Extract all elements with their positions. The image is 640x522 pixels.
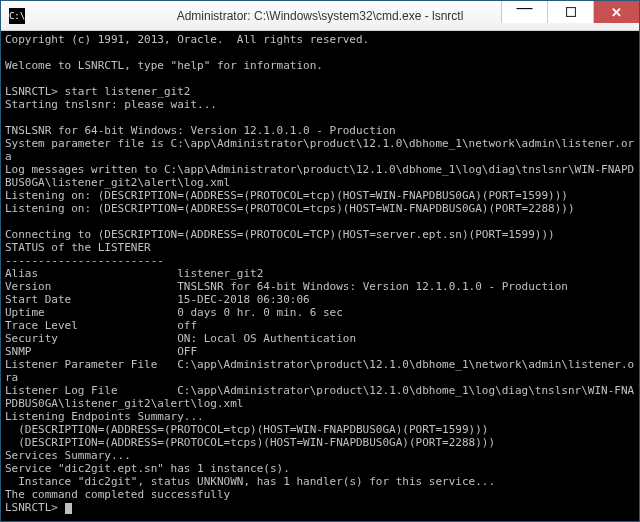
value: 15-DEC-2018 06:30:06 xyxy=(177,293,309,306)
row-llog: Listener Log File C:\app\Administrator\p… xyxy=(5,384,634,410)
endpoint-1: (DESCRIPTION=(ADDRESS=(PROTOCOL=tcp)(HOS… xyxy=(5,423,488,436)
titlebar[interactable]: C:\ Administrator: C:\Windows\system32\c… xyxy=(1,1,639,31)
row-uptime: Uptime 0 days 0 hr. 0 min. 6 sec xyxy=(5,306,343,319)
welcome-line: Welcome to LSNRCTL, type "help" for info… xyxy=(5,59,323,72)
row-startdate: Start Date 15-DEC-2018 06:30:06 xyxy=(5,293,310,306)
connecting-line: Connecting to (DESCRIPTION=(ADDRESS=(PRO… xyxy=(5,228,555,241)
row-snmp: SNMP OFF xyxy=(5,345,197,358)
tnslsnr-version: TNSLSNR for 64-bit Windows: Version 12.1… xyxy=(5,124,396,137)
value: listener_git2 xyxy=(177,267,263,280)
close-button[interactable]: ✕ xyxy=(593,1,639,23)
label: Trace Level xyxy=(5,319,78,332)
row-trace: Trace Level off xyxy=(5,319,197,332)
label: Start Date xyxy=(5,293,71,306)
endpoints-header: Listening Endpoints Summary... xyxy=(5,410,204,423)
prompt-line: LSNRCTL> start listener_git2 xyxy=(5,85,190,98)
label: SNMP xyxy=(5,345,32,358)
cursor-icon xyxy=(65,503,72,514)
endpoint-2: (DESCRIPTION=(ADDRESS=(PROTOCOL=tcps)(HO… xyxy=(5,436,495,449)
services-header: Services Summary... xyxy=(5,449,131,462)
service-line: Service "dic2git.ept.sn" has 1 instance(… xyxy=(5,462,290,475)
value: off xyxy=(177,319,197,332)
minimize-button[interactable]: — xyxy=(501,1,547,23)
instance-line: Instance "dic2git", status UNKNOWN, has … xyxy=(5,475,495,488)
divider-line: ------------------------ xyxy=(5,254,164,267)
sys-param-line: System parameter file is C:\app\Administ… xyxy=(5,137,634,163)
maximize-button[interactable] xyxy=(547,1,593,23)
row-version: Version TNSLSNR for 64-bit Windows: Vers… xyxy=(5,280,568,293)
row-lparam: Listener Parameter File C:\app\Administr… xyxy=(5,358,634,384)
row-alias: Alias listener_git2 xyxy=(5,267,263,280)
prompt-2: LSNRCTL> xyxy=(5,501,65,514)
value: ON: Local OS Authentication xyxy=(177,332,356,345)
value: 0 days 0 hr. 0 min. 6 sec xyxy=(177,306,343,319)
status-header: STATUS of the LISTENER xyxy=(5,241,151,254)
log-msg-line: Log messages written to C:\app\Administr… xyxy=(5,163,634,189)
label: Listener Log File xyxy=(5,384,118,397)
label: Version xyxy=(5,280,51,293)
listening-2: Listening on: (DESCRIPTION=(ADDRESS=(PRO… xyxy=(5,202,575,215)
row-security: Security ON: Local OS Authentication xyxy=(5,332,356,345)
value: OFF xyxy=(177,345,197,358)
app-icon: C:\ xyxy=(9,8,25,24)
terminal-output[interactable]: Copyright (c) 1991, 2013, Oracle. All ri… xyxy=(1,31,639,521)
cmd-window: C:\ Administrator: C:\Windows\system32\c… xyxy=(0,0,640,522)
label: Uptime xyxy=(5,306,45,319)
label: Listener Parameter File xyxy=(5,358,157,371)
value: TNSLSNR for 64-bit Windows: Version 12.1… xyxy=(177,280,568,293)
completed-line: The command completed successfully xyxy=(5,488,230,501)
listening-1: Listening on: (DESCRIPTION=(ADDRESS=(PRO… xyxy=(5,189,568,202)
label: Alias xyxy=(5,267,38,280)
starting-line: Starting tnslsnr: please wait... xyxy=(5,98,217,111)
copyright-line: Copyright (c) 1991, 2013, Oracle. All ri… xyxy=(5,33,369,46)
label: Security xyxy=(5,332,58,345)
svg-rect-0 xyxy=(566,8,575,17)
